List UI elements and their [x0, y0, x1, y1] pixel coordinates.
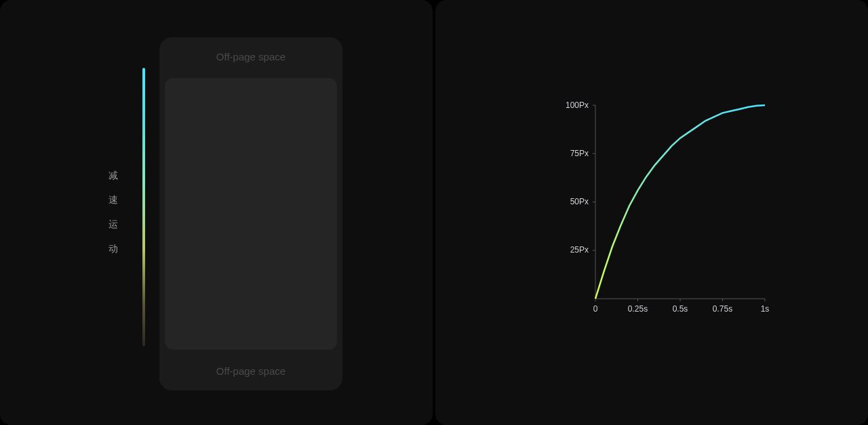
right-panel: 100Px 75Px 50Px 25Px 0 0.25s 0.5s 0.75s … — [435, 0, 868, 425]
gradient-bar-icon — [142, 68, 145, 346]
y-tick-label: 50Px — [570, 197, 589, 206]
phone-screen — [165, 78, 337, 350]
offpage-top-label: Off-page space — [216, 51, 285, 62]
chart-svg: 100Px 75Px 50Px 25Px 0 0.25s 0.5s 0.75s … — [568, 105, 765, 329]
phone-frame: Off-page space Off-page space — [159, 37, 342, 390]
x-tick-label: 0.75s — [713, 304, 732, 314]
y-tick-label: 25Px — [570, 245, 589, 255]
vlabel-char-0: 减 — [108, 170, 119, 182]
vlabel-char-1: 速 — [108, 194, 119, 206]
vlabel-char-3: 动 — [108, 243, 119, 255]
vertical-label: 减 速 运 动 — [108, 170, 119, 255]
left-panel: 减 速 运 动 Off-page space Off-page space — [0, 0, 433, 425]
x-tick-label: 0 — [593, 304, 598, 314]
easing-chart: 100Px 75Px 50Px 25Px 0 0.25s 0.5s 0.75s … — [568, 105, 765, 329]
vlabel-char-2: 运 — [108, 219, 119, 231]
easing-curve-line — [595, 105, 765, 299]
x-tick-label: 0.5s — [673, 304, 688, 314]
x-tick-label: 0.25s — [628, 304, 648, 314]
offpage-bottom-label: Off-page space — [216, 365, 285, 377]
y-tick-label: 75Px — [570, 149, 589, 158]
x-tick-label: 1s — [761, 304, 770, 314]
y-tick-label: 100Px — [566, 100, 589, 110]
